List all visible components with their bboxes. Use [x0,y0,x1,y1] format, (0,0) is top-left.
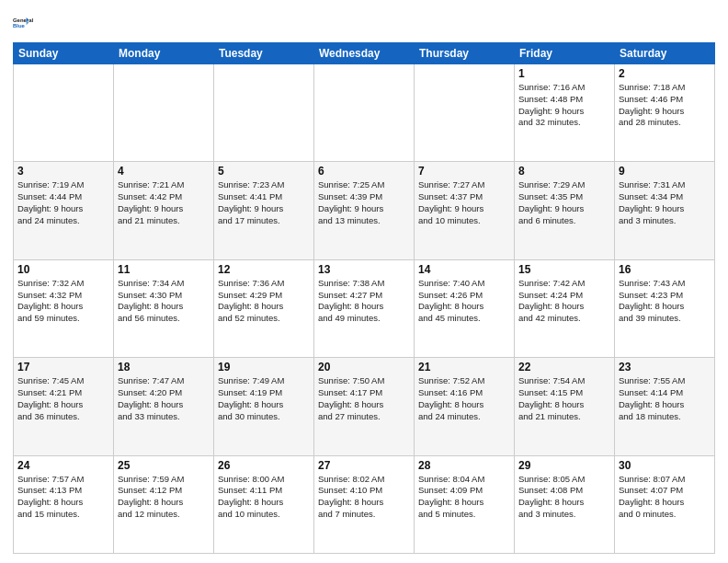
col-header-friday: Friday [515,43,615,64]
week-row-2: 3Sunrise: 7:19 AM Sunset: 4:44 PM Daylig… [14,162,715,259]
day-number: 19 [218,361,310,373]
day-number: 3 [17,165,109,178]
week-row-3: 10Sunrise: 7:32 AM Sunset: 4:32 PM Dayli… [14,259,715,357]
day-number: 9 [619,165,711,178]
day-info: Sunrise: 8:05 AM Sunset: 4:08 PM Dayligh… [518,474,610,521]
day-cell: 1Sunrise: 7:16 AM Sunset: 4:48 PM Daylig… [515,64,615,162]
day-info: Sunrise: 7:21 AM Sunset: 4:42 PM Dayligh… [118,179,210,226]
day-info: Sunrise: 8:00 AM Sunset: 4:11 PM Dayligh… [218,474,310,521]
day-info: Sunrise: 7:45 AM Sunset: 4:21 PM Dayligh… [17,375,109,422]
day-info: Sunrise: 7:19 AM Sunset: 4:44 PM Dayligh… [17,179,109,226]
day-cell: 20Sunrise: 7:50 AM Sunset: 4:17 PM Dayli… [314,358,415,455]
day-info: Sunrise: 7:43 AM Sunset: 4:23 PM Dayligh… [619,278,711,325]
day-info: Sunrise: 7:16 AM Sunset: 4:48 PM Dayligh… [518,82,610,129]
day-info: Sunrise: 7:47 AM Sunset: 4:20 PM Dayligh… [118,375,210,422]
day-cell: 13Sunrise: 7:38 AM Sunset: 4:27 PM Dayli… [314,259,415,357]
day-number: 22 [518,361,610,373]
day-info: Sunrise: 7:23 AM Sunset: 4:41 PM Dayligh… [218,179,310,226]
day-cell: 30Sunrise: 8:07 AM Sunset: 4:07 PM Dayli… [615,455,715,553]
day-number: 20 [318,361,410,373]
day-cell: 21Sunrise: 7:52 AM Sunset: 4:16 PM Dayli… [415,358,515,455]
day-number: 17 [17,361,109,373]
day-number: 15 [518,263,610,276]
day-cell [314,64,415,162]
header: General Blue [13,9,715,35]
day-cell: 3Sunrise: 7:19 AM Sunset: 4:44 PM Daylig… [14,162,114,259]
day-cell: 24Sunrise: 7:57 AM Sunset: 4:13 PM Dayli… [14,455,114,553]
day-cell: 8Sunrise: 7:29 AM Sunset: 4:35 PM Daylig… [515,162,615,259]
day-cell: 11Sunrise: 7:34 AM Sunset: 4:30 PM Dayli… [114,259,214,357]
page: General Blue SundayMondayTuesdayWednesda… [0,0,728,563]
day-info: Sunrise: 7:50 AM Sunset: 4:17 PM Dayligh… [318,375,410,422]
day-cell: 25Sunrise: 7:59 AM Sunset: 4:12 PM Dayli… [114,455,214,553]
day-number: 25 [118,459,210,472]
day-number: 11 [118,263,210,276]
day-cell: 10Sunrise: 7:32 AM Sunset: 4:32 PM Dayli… [14,259,114,357]
day-number: 10 [17,263,109,276]
day-cell: 9Sunrise: 7:31 AM Sunset: 4:34 PM Daylig… [615,162,715,259]
svg-text:General: General [13,17,33,23]
day-info: Sunrise: 7:40 AM Sunset: 4:26 PM Dayligh… [418,278,510,325]
day-cell [214,64,314,162]
day-number: 7 [418,165,510,178]
day-cell [415,64,515,162]
day-info: Sunrise: 7:18 AM Sunset: 4:46 PM Dayligh… [619,82,711,129]
day-info: Sunrise: 7:49 AM Sunset: 4:19 PM Dayligh… [218,375,310,422]
day-cell [14,64,114,162]
day-info: Sunrise: 7:52 AM Sunset: 4:16 PM Dayligh… [418,375,510,422]
day-number: 13 [318,263,410,276]
day-info: Sunrise: 7:54 AM Sunset: 4:15 PM Dayligh… [518,375,610,422]
day-info: Sunrise: 8:04 AM Sunset: 4:09 PM Dayligh… [418,474,510,521]
week-row-5: 24Sunrise: 7:57 AM Sunset: 4:13 PM Dayli… [14,455,715,553]
day-info: Sunrise: 7:59 AM Sunset: 4:12 PM Dayligh… [118,474,210,521]
day-number: 26 [218,459,310,472]
calendar-table: SundayMondayTuesdayWednesdayThursdayFrid… [13,42,715,554]
day-info: Sunrise: 7:57 AM Sunset: 4:13 PM Dayligh… [17,474,109,521]
day-number: 1 [518,67,610,80]
day-cell: 2Sunrise: 7:18 AM Sunset: 4:46 PM Daylig… [615,64,715,162]
day-number: 18 [118,361,210,373]
day-number: 6 [318,165,410,178]
col-header-thursday: Thursday [415,43,515,64]
day-number: 4 [118,165,210,178]
day-info: Sunrise: 7:42 AM Sunset: 4:24 PM Dayligh… [518,278,610,325]
day-cell: 7Sunrise: 7:27 AM Sunset: 4:37 PM Daylig… [415,162,515,259]
day-cell: 14Sunrise: 7:40 AM Sunset: 4:26 PM Dayli… [415,259,515,357]
day-info: Sunrise: 7:34 AM Sunset: 4:30 PM Dayligh… [118,278,210,325]
day-cell: 28Sunrise: 8:04 AM Sunset: 4:09 PM Dayli… [415,455,515,553]
day-number: 27 [318,459,410,472]
day-cell: 15Sunrise: 7:42 AM Sunset: 4:24 PM Dayli… [515,259,615,357]
logo: General Blue [13,9,42,35]
day-info: Sunrise: 8:07 AM Sunset: 4:07 PM Dayligh… [619,474,711,521]
week-row-4: 17Sunrise: 7:45 AM Sunset: 4:21 PM Dayli… [14,358,715,455]
day-cell: 17Sunrise: 7:45 AM Sunset: 4:21 PM Dayli… [14,358,114,455]
day-number: 16 [619,263,711,276]
day-info: Sunrise: 7:25 AM Sunset: 4:39 PM Dayligh… [318,179,410,226]
day-number: 8 [518,165,610,178]
day-cell: 23Sunrise: 7:55 AM Sunset: 4:14 PM Dayli… [615,358,715,455]
day-number: 14 [418,263,510,276]
day-cell: 29Sunrise: 8:05 AM Sunset: 4:08 PM Dayli… [515,455,615,553]
day-cell: 5Sunrise: 7:23 AM Sunset: 4:41 PM Daylig… [214,162,314,259]
day-number: 24 [17,459,109,472]
day-cell: 16Sunrise: 7:43 AM Sunset: 4:23 PM Dayli… [615,259,715,357]
svg-text:Blue: Blue [13,23,26,29]
day-info: Sunrise: 7:55 AM Sunset: 4:14 PM Dayligh… [619,375,711,422]
day-info: Sunrise: 7:31 AM Sunset: 4:34 PM Dayligh… [619,179,711,226]
col-header-saturday: Saturday [615,43,715,64]
day-number: 21 [418,361,510,373]
day-cell: 27Sunrise: 8:02 AM Sunset: 4:10 PM Dayli… [314,455,415,553]
day-cell [114,64,214,162]
day-info: Sunrise: 7:38 AM Sunset: 4:27 PM Dayligh… [318,278,410,325]
col-header-monday: Monday [114,43,214,64]
day-number: 29 [518,459,610,472]
day-number: 30 [619,459,711,472]
week-row-1: 1Sunrise: 7:16 AM Sunset: 4:48 PM Daylig… [14,64,715,162]
day-info: Sunrise: 7:32 AM Sunset: 4:32 PM Dayligh… [17,278,109,325]
day-number: 28 [418,459,510,472]
day-info: Sunrise: 7:29 AM Sunset: 4:35 PM Dayligh… [518,179,610,226]
day-cell: 26Sunrise: 8:00 AM Sunset: 4:11 PM Dayli… [214,455,314,553]
day-number: 5 [218,165,310,178]
day-number: 23 [619,361,711,373]
day-cell: 18Sunrise: 7:47 AM Sunset: 4:20 PM Dayli… [114,358,214,455]
